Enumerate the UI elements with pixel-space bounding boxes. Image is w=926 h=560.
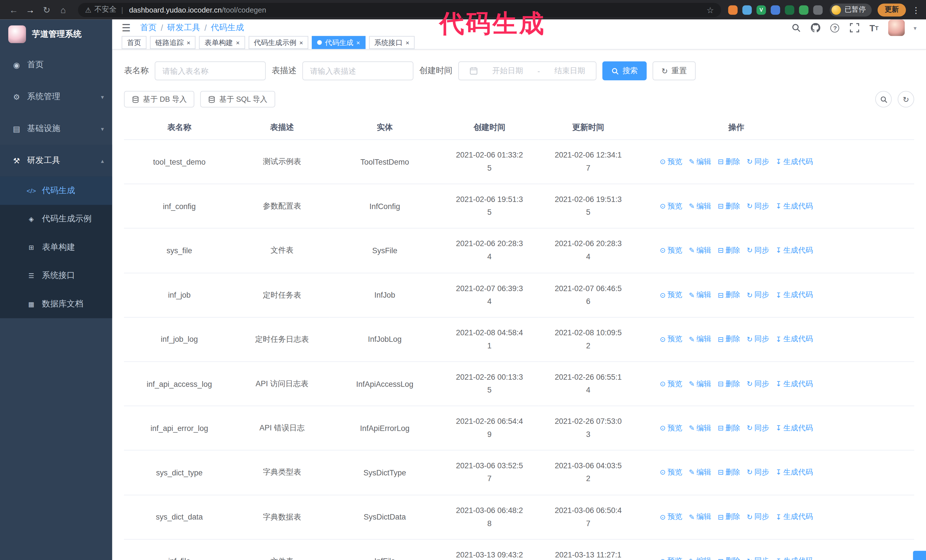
- row-action-preview[interactable]: ⊙预览: [660, 201, 682, 211]
- row-action-delete[interactable]: ⊟删除: [718, 468, 740, 477]
- tab-trace[interactable]: 链路追踪 ×: [150, 36, 196, 49]
- sidebar-subitem-codegen-example[interactable]: ◈ 代码生成示例: [0, 205, 112, 233]
- sidebar-item-devtools[interactable]: ⚒ 研发工具 ▴: [0, 145, 112, 177]
- row-action-sync[interactable]: ↻同步: [747, 246, 769, 255]
- row-action-sync[interactable]: ↻同步: [747, 290, 769, 300]
- sidebar-subitem-form-builder[interactable]: ⊞ 表单构建: [0, 233, 112, 261]
- row-action-delete[interactable]: ⊟删除: [718, 201, 740, 211]
- close-icon[interactable]: ×: [187, 39, 190, 46]
- tab-home[interactable]: 首页: [122, 36, 147, 49]
- sidebar-item-system[interactable]: ⚙ 系统管理 ▾: [0, 81, 112, 113]
- row-action-sync[interactable]: ↻同步: [747, 468, 769, 477]
- row-action-edit[interactable]: ✎编辑: [688, 157, 711, 167]
- address-bar[interactable]: ⚠ 不安全 | dashboard.yudao.iocoder.cn /tool…: [78, 3, 721, 17]
- sidebar-subitem-system-api[interactable]: ☰ 系统接口: [0, 261, 112, 290]
- browser-reload-icon[interactable]: ↻: [39, 5, 54, 15]
- row-action-edit[interactable]: ✎编辑: [688, 556, 711, 560]
- hide-search-button[interactable]: [875, 91, 892, 107]
- tab-form-builder[interactable]: 表单构建 ×: [199, 36, 245, 49]
- browser-menu-icon[interactable]: ⋮: [912, 5, 920, 15]
- row-action-delete[interactable]: ⊟删除: [718, 157, 740, 167]
- date-range-picker[interactable]: 开始日期 - 结束日期: [458, 62, 596, 80]
- reset-button[interactable]: ↻ 重置: [652, 62, 696, 80]
- tab-system-api[interactable]: 系统接口 ×: [369, 36, 415, 49]
- extension-dark-green-icon[interactable]: [785, 5, 794, 15]
- extension-puzzle-icon[interactable]: [813, 5, 823, 15]
- app-logo[interactable]: 芋道管理系统: [0, 20, 112, 49]
- row-action-delete[interactable]: ⊟删除: [718, 379, 740, 389]
- row-action-edit[interactable]: ✎编辑: [688, 334, 711, 344]
- user-avatar[interactable]: [888, 20, 905, 36]
- row-action-generate[interactable]: ↧生成代码: [776, 556, 813, 560]
- row-action-generate[interactable]: ↧生成代码: [776, 468, 813, 477]
- close-icon[interactable]: ×: [406, 39, 409, 46]
- row-action-preview[interactable]: ⊙预览: [660, 468, 682, 477]
- tab-codegen-example[interactable]: 代码生成示例 ×: [248, 36, 308, 49]
- row-action-preview[interactable]: ⊙预览: [660, 379, 682, 389]
- security-label[interactable]: 不安全: [94, 5, 117, 15]
- row-action-generate[interactable]: ↧生成代码: [776, 201, 813, 211]
- browser-update-button[interactable]: 更新: [878, 3, 906, 16]
- sidebar-item-infra[interactable]: ▤ 基础设施 ▾: [0, 113, 112, 145]
- row-action-edit[interactable]: ✎编辑: [688, 201, 711, 211]
- row-action-generate[interactable]: ↧生成代码: [776, 246, 813, 255]
- extension-lightblue-icon[interactable]: [742, 5, 752, 15]
- fullscreen-icon[interactable]: [849, 23, 859, 33]
- row-action-preview[interactable]: ⊙预览: [660, 423, 682, 433]
- hamburger-icon[interactable]: ☰: [122, 22, 131, 34]
- row-action-generate[interactable]: ↧生成代码: [776, 157, 813, 167]
- row-action-edit[interactable]: ✎编辑: [688, 423, 711, 433]
- row-action-generate[interactable]: ↧生成代码: [776, 379, 813, 389]
- row-action-sync[interactable]: ↻同步: [747, 379, 769, 389]
- search-button[interactable]: 搜索: [602, 62, 646, 80]
- row-action-sync[interactable]: ↻同步: [747, 423, 769, 433]
- row-action-delete[interactable]: ⊟删除: [718, 334, 740, 344]
- close-icon[interactable]: ×: [300, 39, 303, 46]
- row-action-delete[interactable]: ⊟删除: [718, 512, 740, 522]
- close-icon[interactable]: ×: [356, 39, 360, 46]
- extension-leaf-icon[interactable]: [799, 5, 808, 15]
- sidebar-subitem-codegen[interactable]: </> 代码生成: [0, 177, 112, 205]
- row-action-edit[interactable]: ✎编辑: [688, 379, 711, 389]
- row-action-edit[interactable]: ✎编辑: [688, 290, 711, 300]
- table-desc-input[interactable]: [302, 62, 413, 80]
- profile-chip[interactable]: 已暂停: [830, 3, 872, 16]
- row-action-sync[interactable]: ↻同步: [747, 157, 769, 167]
- row-action-sync[interactable]: ↻同步: [747, 556, 769, 560]
- sidebar-item-home[interactable]: ◉ 首页: [0, 49, 112, 81]
- import-db-button[interactable]: 基于 DB 导入: [124, 91, 194, 107]
- close-icon[interactable]: ×: [236, 39, 240, 46]
- extension-green-check-icon[interactable]: V: [757, 5, 766, 15]
- table-name-input[interactable]: [155, 62, 266, 80]
- breadcrumb-devtools[interactable]: 研发工具: [167, 23, 200, 33]
- row-action-delete[interactable]: ⊟删除: [718, 556, 740, 560]
- tab-codegen[interactable]: 代码生成 ×: [312, 36, 365, 49]
- browser-forward-icon[interactable]: →: [23, 5, 38, 15]
- row-action-edit[interactable]: ✎编辑: [688, 512, 711, 522]
- github-icon[interactable]: [810, 23, 821, 33]
- row-action-edit[interactable]: ✎编辑: [688, 468, 711, 477]
- help-icon[interactable]: ?: [830, 23, 840, 33]
- row-action-delete[interactable]: ⊟删除: [718, 290, 740, 300]
- row-action-delete[interactable]: ⊟删除: [718, 246, 740, 255]
- font-size-icon[interactable]: TT: [869, 23, 879, 33]
- row-action-preview[interactable]: ⊙预览: [660, 157, 682, 167]
- row-action-preview[interactable]: ⊙预览: [660, 556, 682, 560]
- row-action-generate[interactable]: ↧生成代码: [776, 334, 813, 344]
- search-icon[interactable]: [791, 23, 801, 33]
- sidebar-subitem-db-doc[interactable]: ▦ 数据库文档: [0, 290, 112, 318]
- row-action-edit[interactable]: ✎编辑: [688, 246, 711, 255]
- row-action-generate[interactable]: ↧生成代码: [776, 423, 813, 433]
- avatar-caret-icon[interactable]: ▾: [914, 24, 916, 31]
- extension-blue-grid-icon[interactable]: [771, 5, 780, 15]
- browser-home-icon[interactable]: ⌂: [56, 5, 71, 15]
- row-action-sync[interactable]: ↻同步: [747, 201, 769, 211]
- browser-back-icon[interactable]: ←: [6, 5, 21, 15]
- back-to-top-button[interactable]: [913, 551, 926, 560]
- breadcrumb-home[interactable]: 首页: [140, 23, 157, 33]
- import-sql-button[interactable]: 基于 SQL 导入: [200, 91, 275, 107]
- bookmark-star-icon[interactable]: ☆: [707, 5, 714, 15]
- row-action-sync[interactable]: ↻同步: [747, 512, 769, 522]
- row-action-preview[interactable]: ⊙预览: [660, 246, 682, 255]
- refresh-table-button[interactable]: ↻: [898, 91, 914, 107]
